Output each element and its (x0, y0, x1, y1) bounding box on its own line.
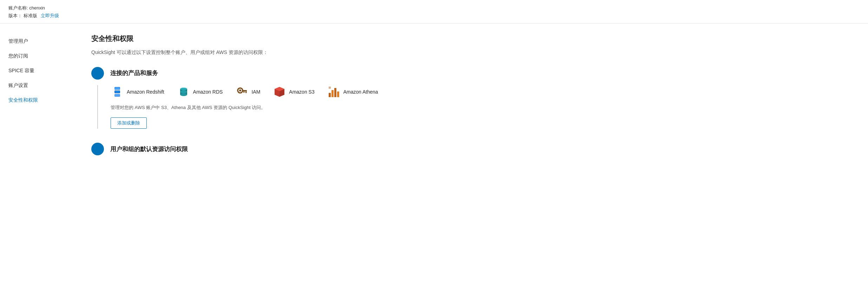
svg-rect-23 (334, 88, 336, 97)
rds-icon (177, 85, 190, 99)
svg-point-10 (180, 88, 187, 90)
services-row: Amazon Redshift (111, 85, 854, 99)
section-dot-default (91, 143, 104, 155)
athena-label: Amazon Athena (343, 89, 378, 95)
sidebar-item-security[interactable]: 安全性和权限 (8, 93, 77, 108)
section-header-connected: 连接的产品和服务 (91, 67, 854, 80)
svg-point-4 (114, 91, 120, 93)
section-desc-connected: 管理对您的 AWS 账户中 S3、Athena 及其他 AWS 资源的 Quic… (111, 104, 854, 111)
redshift-icon (111, 85, 124, 99)
section-body-inner: Amazon Redshift (111, 85, 854, 129)
top-bar: 账户名称: chenxin 版本： 标准版 立即升级 (0, 0, 868, 23)
version-line: 版本： 标准版 立即升级 (8, 12, 860, 20)
svg-rect-25 (329, 87, 331, 89)
s3-label: Amazon S3 (289, 89, 314, 95)
section-dot-connected (91, 67, 104, 80)
service-rds: Amazon RDS (177, 85, 223, 99)
sidebar-item-manage-users[interactable]: 管理用户 (8, 34, 77, 49)
service-iam: IAM (235, 85, 260, 99)
iam-label: IAM (251, 89, 260, 95)
athena-icon (327, 85, 341, 99)
svg-point-3 (114, 87, 120, 89)
sidebar-item-spice[interactable]: SPICE 容量 (8, 63, 77, 78)
version-value: 标准版 (24, 13, 37, 18)
account-username: chenxin (29, 5, 45, 11)
svg-rect-24 (337, 92, 339, 97)
section-header-default: 用户和组的默认资源访问权限 (91, 143, 854, 155)
svg-rect-13 (242, 90, 247, 92)
main-layout: 管理用户 您的订阅 SPICE 容量 账户设置 安全性和权限 安全性和权限 Qu… (0, 23, 868, 293)
svg-rect-15 (243, 91, 245, 93)
svg-rect-21 (329, 93, 331, 97)
svg-rect-22 (331, 90, 334, 97)
section-body-with-line: Amazon Redshift (91, 85, 854, 129)
account-name-line: 账户名称: chenxin (8, 4, 860, 12)
service-athena: Amazon Athena (327, 85, 378, 99)
service-s3: Amazon S3 (273, 85, 314, 99)
line-connector (97, 85, 98, 129)
add-remove-button[interactable]: 添加或删除 (111, 117, 147, 129)
sidebar: 管理用户 您的订阅 SPICE 容量 账户设置 安全性和权限 (0, 23, 77, 293)
svg-point-9 (180, 90, 187, 93)
upgrade-link[interactable]: 立即升级 (41, 13, 59, 18)
sidebar-item-account-settings[interactable]: 账户设置 (8, 78, 77, 93)
svg-point-5 (114, 94, 120, 96)
s3-icon (273, 85, 286, 99)
connected-products-section: 连接的产品和服务 (91, 67, 854, 129)
svg-rect-14 (245, 91, 247, 93)
page-title: 安全性和权限 (91, 34, 854, 43)
rds-label: Amazon RDS (193, 89, 223, 95)
section-title-connected: 连接的产品和服务 (110, 69, 158, 77)
svg-point-8 (180, 93, 187, 96)
iam-icon (235, 85, 249, 99)
section-title-default: 用户和组的默认资源访问权限 (110, 145, 188, 153)
page-description: QuickSight 可以通过以下设置控制整个账户、用户或组对 AWS 资源的访… (91, 48, 854, 56)
redshift-label: Amazon Redshift (127, 89, 164, 95)
account-label: 账户名称: (8, 5, 28, 11)
svg-point-12 (239, 89, 241, 92)
version-label: 版本： (8, 13, 22, 18)
default-access-section: 用户和组的默认资源访问权限 (91, 143, 854, 155)
sidebar-item-subscription[interactable]: 您的订阅 (8, 49, 77, 63)
service-redshift: Amazon Redshift (111, 85, 164, 99)
content-area: 安全性和权限 QuickSight 可以通过以下设置控制整个账户、用户或组对 A… (77, 23, 868, 293)
